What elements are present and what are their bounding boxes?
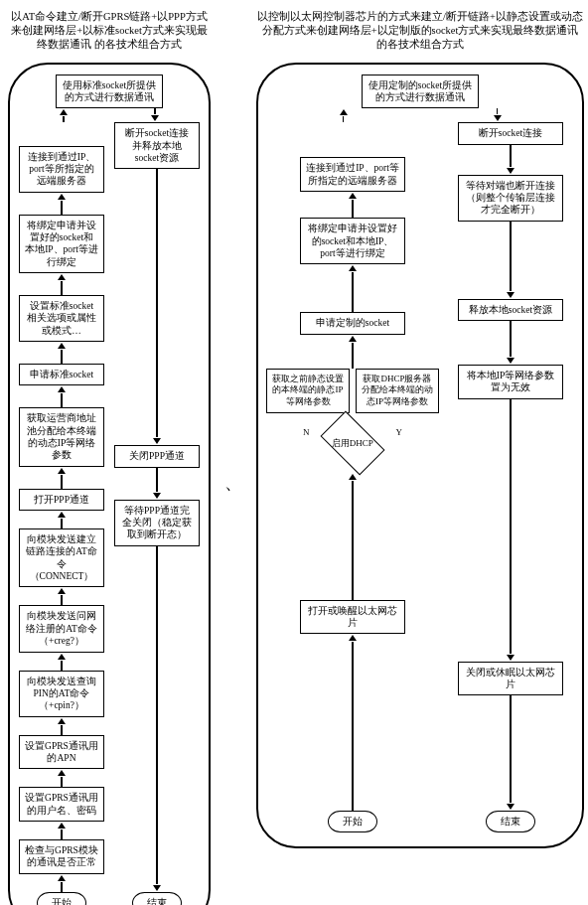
top-box: 使用标准socket所提供的方式进行数据通讯 — [56, 75, 163, 109]
branch-y-box: 获取DHCP服务器分配给本终端的动态IP等网络参数 — [356, 369, 439, 413]
flow-box: 向模块发送查询PIN的AT命令（+cpin?） — [19, 671, 104, 717]
flow-box: 向模块发送问网络注册的AT命令（+creg?） — [19, 605, 104, 652]
flow-box: 设置GPRS通讯用的APN — [19, 735, 104, 770]
right-header: 以控制以太网控制器芯片的方式来建立/断开链路+以静态设置或动态分配方式来创建网络… — [256, 10, 584, 53]
flow-box: 打开或唤醒以太网芯片 — [300, 600, 405, 635]
right-up-col: 开始 打开或唤醒以太网芯片 启用DHCP N Y 获取之前静态设置的本终端的静态… — [266, 157, 439, 832]
right-down-col: 断开socket连接 等待对端也断开连接（则整个传输层连接才完全断开） 释放本地… — [447, 122, 574, 832]
flow-box: 检查与GPRS模块的通讯是否正常 — [19, 839, 104, 874]
end-terminal: 结束 — [132, 892, 182, 905]
flow-box: 等待对端也断开连接（则整个传输层连接才完全断开） — [458, 175, 563, 222]
flow-box: 设置标准socket相关选项或属性或模式… — [19, 295, 104, 342]
flow-box: 设置GPRS通讯用的用户名、密码 — [19, 787, 104, 822]
flow-box: 断开socket连接 — [458, 122, 563, 144]
dhcp-branches: 获取之前静态设置的本终端的静态IP等网络参数 获取DHCP服务器分配给本终端的动… — [266, 369, 439, 413]
flow-box: 申请标准socket — [19, 364, 104, 385]
branch-y-label: Y — [396, 427, 403, 437]
flow-box: 关闭或休眠以太网芯片 — [458, 662, 563, 696]
end-terminal: 结束 — [486, 811, 535, 832]
start-terminal: 开始 — [37, 892, 86, 905]
flow-box: 关闭PPP通道 — [114, 445, 200, 467]
start-terminal: 开始 — [328, 811, 377, 832]
flow-box: 等待PPP通道完全关闭（稳定获取到断开态） — [114, 500, 200, 546]
left-up-col: 开始 检查与GPRS模块的通讯是否正常 设置GPRS通讯用的用户名、密码 设置G… — [18, 146, 105, 905]
flow-box: 将本地IP等网络参数置为无效 — [458, 365, 563, 399]
dhcp-decision: 启用DHCP N Y — [313, 413, 392, 473]
flow-box: 获取运营商地址池分配给本终端的动态IP等网络参数 — [19, 407, 104, 466]
flow-box: 连接到通过IP、port等所指定的远端服务器 — [300, 157, 405, 192]
flow-box: 申请定制的socket — [300, 312, 405, 334]
left-down-col: 断开socket连接并释放本地socket资源 关闭PPP通道 等待PPP通道完… — [113, 122, 201, 905]
left-group: 使用标准socket所提供的方式进行数据通讯 开始 检查与GPRS模块的通讯是否… — [8, 63, 211, 905]
top-box: 使用定制的socket所提供的方式进行数据通讯 — [362, 75, 479, 109]
flow-box: 将绑定申请并设置好的socket和本地IP、port等进行绑定 — [19, 215, 104, 273]
left-header: 以AT命令建立/断开GPRS链路+以PPP方式来创建网络层+以标准socket方… — [8, 10, 211, 53]
branch-n-label: N — [303, 427, 310, 437]
decision-label: 启用DHCP — [332, 436, 373, 449]
flow-box: 连接到通过IP、port等所指定的远端服务器 — [19, 146, 104, 193]
branch-n-box: 获取之前静态设置的本终端的静态IP等网络参数 — [266, 369, 350, 413]
separator: 、 — [224, 471, 242, 495]
right-group: 使用定制的socket所提供的方式进行数据通讯 开始 打开或唤醒以太网芯片 启用… — [256, 63, 584, 849]
flow-box: 将绑定申请并设置好的socket和本地IP、port等进行绑定 — [300, 218, 405, 264]
flow-box: 打开PPP通道 — [19, 489, 104, 511]
flow-box: 向模块发送建立链路连接的AT命令（CONNECT） — [19, 528, 104, 587]
flow-box: 断开socket连接并释放本地socket资源 — [114, 122, 200, 169]
flow-box: 释放本地socket资源 — [458, 299, 563, 321]
